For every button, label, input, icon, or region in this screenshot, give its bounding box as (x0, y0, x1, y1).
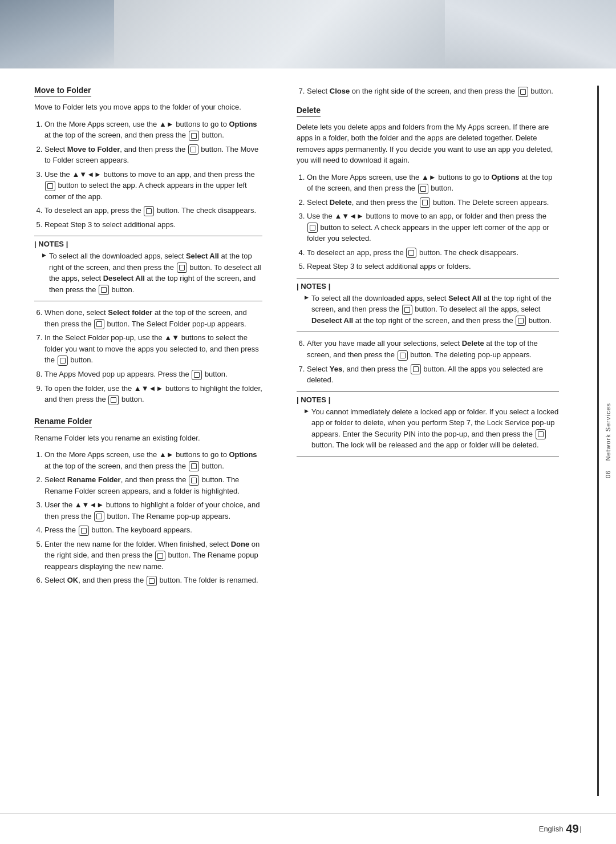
button-icon (147, 576, 157, 586)
notes-list-2: You cannot immediately delete a locked a… (297, 406, 559, 451)
button-icon (418, 184, 428, 194)
step-item: To deselect an app, press the button. Th… (307, 247, 559, 259)
notes-item: To select all the downloaded apps, selec… (305, 293, 559, 326)
footer-pipe: | (580, 825, 582, 833)
notes-label-2: | NOTES | (297, 395, 559, 404)
delete-steps-1: On the More Apps screen, use the ▲► butt… (297, 172, 559, 272)
delete-intro: Delete lets you delete apps and folders … (297, 122, 559, 166)
button-icon (79, 526, 89, 536)
step-item: On the More Apps screen, use the ▲► butt… (44, 449, 262, 471)
button-icon (518, 87, 528, 97)
button-icon (398, 350, 408, 361)
button-icon (144, 206, 154, 216)
page-wrapper: Move to Folder Move to Folder lets you m… (0, 0, 616, 844)
notes-list: To select all the downloaded apps, selec… (297, 293, 559, 326)
step-item: To open the folder, use the ▲▼◄► buttons… (44, 383, 262, 405)
button-icon (177, 263, 187, 273)
button-icon (536, 429, 546, 439)
step-item: On the More Apps screen, use the ▲► butt… (44, 119, 262, 141)
button-icon (58, 356, 68, 366)
rename-folder-section: Rename Folder Rename Folder lets you ren… (34, 417, 262, 586)
button-icon (189, 475, 199, 486)
rename-folder-title: Rename Folder (34, 417, 92, 428)
chapter-label: Network Services (605, 403, 611, 461)
move-to-folder-intro: Move to Folder lets you move apps to the… (34, 102, 262, 113)
button-icon (189, 461, 199, 471)
footer: English 49 | (0, 813, 616, 844)
notes-item-2: You cannot immediately delete a locked a… (305, 406, 559, 451)
chapter-num: 06 (605, 470, 611, 478)
button-icon (94, 511, 104, 522)
notes-label: | NOTES | (297, 282, 559, 290)
step-item: Select OK, and then press the button. Th… (44, 575, 262, 586)
notes-list: To select all the downloaded apps, selec… (34, 251, 262, 295)
step-item: The Apps Moved pop up appears. Press the… (44, 369, 262, 380)
step-item: After you have made all your selections,… (307, 338, 559, 360)
step-item: Enter the new name for the folder. When … (44, 539, 262, 572)
move-to-folder-steps-2: When done, select Select folder at the t… (34, 307, 262, 405)
delete-title: Delete (297, 106, 321, 117)
button-icon (420, 197, 430, 208)
network-services-label: 06 Network Services (605, 403, 611, 478)
step-item: When done, select Select folder at the t… (44, 307, 262, 329)
step-item: Press the button. The keyboard appears. (44, 524, 262, 536)
continued-steps: Select Close on the right side of the sc… (297, 86, 559, 97)
button-icon (45, 181, 55, 191)
sidebar-label-container: 06 Network Services (605, 183, 611, 699)
step-item: Use the ▲▼◄► buttons to move to an app, … (44, 169, 262, 203)
step-item: User the ▲▼◄► buttons to highlight a fol… (44, 499, 262, 522)
rename-folder-intro: Rename Folder lets you rename an existin… (34, 433, 262, 444)
button-icon (192, 370, 202, 380)
step-item: Select Delete, and then press the button… (307, 197, 559, 208)
move-to-folder-steps-1: On the More Apps screen, use the ▲► butt… (34, 119, 262, 231)
step-item: Select Yes, and then press the button. A… (307, 364, 559, 386)
button-icon (307, 223, 318, 233)
button-icon (94, 319, 104, 329)
notes-label: | NOTES | (34, 240, 262, 248)
step-item: Repeat Step 3 to select additional apps. (44, 219, 262, 231)
content-area: Move to Folder Move to Folder lets you m… (0, 68, 616, 813)
button-icon (516, 316, 526, 326)
footer-lang: English (539, 825, 564, 833)
step-item: On the More Apps screen, use the ▲► butt… (307, 172, 559, 194)
step-item: Use the ▲▼◄► buttons to move to an app, … (307, 211, 559, 244)
button-icon (402, 305, 412, 315)
move-to-folder-title: Move to Folder (34, 86, 91, 97)
button-icon (99, 285, 109, 295)
button-icon (406, 248, 416, 258)
button-icon (411, 364, 421, 374)
button-icon (108, 395, 119, 405)
step-item: To deselect an app, press the button. Th… (44, 205, 262, 216)
right-column-inner: Select Close on the right side of the sc… (297, 86, 582, 457)
button-icon (189, 131, 199, 141)
button-icon (155, 551, 165, 561)
notes-item: To select all the downloaded apps, selec… (42, 251, 262, 295)
notes-block-delete-2: | NOTES | You cannot immediately delete … (297, 391, 559, 457)
notes-block-move: | NOTES | To select all the downloaded a… (34, 236, 262, 301)
step-item: In the Select Folder pop-up, use the ▲▼ … (44, 332, 262, 366)
button-icon (188, 144, 198, 155)
delete-steps-2: After you have made all your selections,… (297, 338, 559, 385)
sidebar-line (597, 86, 599, 796)
right-column: 06 Network Services Select Close on the … (279, 68, 616, 813)
rename-folder-steps: On the More Apps screen, use the ▲► butt… (34, 449, 262, 586)
header-image (0, 0, 616, 68)
notes-block-delete-1: | NOTES | To select all the downloaded a… (297, 278, 559, 333)
left-column: Move to Folder Move to Folder lets you m… (0, 68, 279, 813)
step-item: Select Rename Folder, and then press the… (44, 474, 262, 496)
step-item: Select Move to Folder, and then press th… (44, 144, 262, 166)
footer-page: 49 (566, 822, 578, 835)
step-item: Select Close on the right side of the sc… (307, 86, 559, 97)
step-item: Repeat Step 3 to select additional apps … (307, 261, 559, 272)
